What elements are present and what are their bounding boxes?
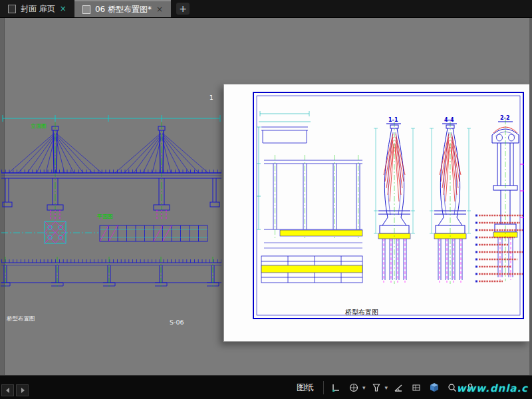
dimension-lines-top	[3, 115, 220, 122]
document-icon	[8, 5, 16, 13]
tab-label: 封面 扉页	[21, 3, 55, 15]
plan-label: 平面图	[97, 213, 113, 219]
watermark: www.dnla.c	[456, 382, 528, 394]
view-cube-icon[interactable]	[426, 380, 442, 396]
close-icon[interactable]: ×	[156, 5, 163, 13]
angle-measure-icon[interactable]	[390, 380, 406, 396]
status-bar: 图纸 ▾ ▾	[0, 375, 532, 399]
pile-cap-hatch	[45, 221, 66, 243]
model-space-drawing[interactable]: 立面图 1	[0, 17, 223, 376]
close-icon[interactable]: ×	[60, 5, 66, 13]
model-caption: 桥型布置图	[7, 315, 35, 322]
notes-text-lines	[475, 215, 523, 283]
drawing-canvas[interactable]: 立面图 1	[0, 17, 532, 376]
chevron-down-icon[interactable]: ▾	[362, 384, 366, 391]
elevation-label: 立面图	[31, 123, 47, 129]
sheet-number: S-06	[170, 319, 184, 326]
tab-label: 06 桥型布置图*	[95, 4, 152, 15]
viewport-number: 1	[209, 94, 213, 101]
section-centerlines	[275, 155, 358, 239]
cross-section-main	[264, 160, 362, 229]
tab-cover-page[interactable]: 封面 扉页 ×	[0, 0, 74, 17]
section-label: 1-1	[388, 117, 398, 123]
stay-cables	[9, 133, 208, 173]
cross-section-dims	[257, 111, 311, 229]
isolate-objects-icon[interactable]	[368, 380, 384, 396]
paper-layout-window[interactable]: 1-1 4-4 2-2	[223, 84, 530, 342]
layout-nav-prev-icon[interactable]	[1, 384, 14, 396]
bridge-deck	[1, 172, 221, 179]
ortho-mode-icon[interactable]	[328, 380, 344, 396]
grid-icon[interactable]	[408, 380, 424, 396]
piers	[3, 178, 219, 210]
new-tab-button[interactable]: +	[176, 3, 190, 15]
sheet-title: 桥型布置图	[344, 309, 378, 316]
paper-sheet-drawing[interactable]: 1-1 4-4 2-2	[224, 84, 528, 340]
document-icon	[82, 5, 90, 14]
cross-section-top	[261, 127, 308, 143]
canvas-right-edge	[529, 17, 532, 376]
section-label: 4-4	[444, 117, 454, 123]
pier-detail: 2-2	[492, 115, 524, 281]
deck-plan	[100, 225, 207, 241]
paper-mode-button[interactable]: 图纸	[291, 382, 319, 394]
hatch-band-upper	[280, 230, 362, 236]
pylons	[52, 126, 165, 173]
tab-bridge-layout[interactable]: 06 桥型布置图* ×	[74, 0, 171, 17]
layout-nav-next-icon[interactable]	[16, 384, 29, 396]
section-label: 2-2	[500, 115, 509, 121]
document-tab-bar: 封面 扉页 × 06 桥型布置图* × +	[0, 0, 532, 18]
hatch-band-lower	[261, 265, 362, 273]
mid-table-rows	[264, 243, 362, 248]
pylon-detail	[374, 122, 415, 284]
drawing-frame	[253, 92, 523, 319]
chevron-down-icon[interactable]: ▾	[385, 384, 388, 391]
navigation-compass-icon[interactable]	[346, 380, 362, 396]
approach-spans	[1, 261, 221, 287]
statusbar-divider	[323, 381, 324, 394]
